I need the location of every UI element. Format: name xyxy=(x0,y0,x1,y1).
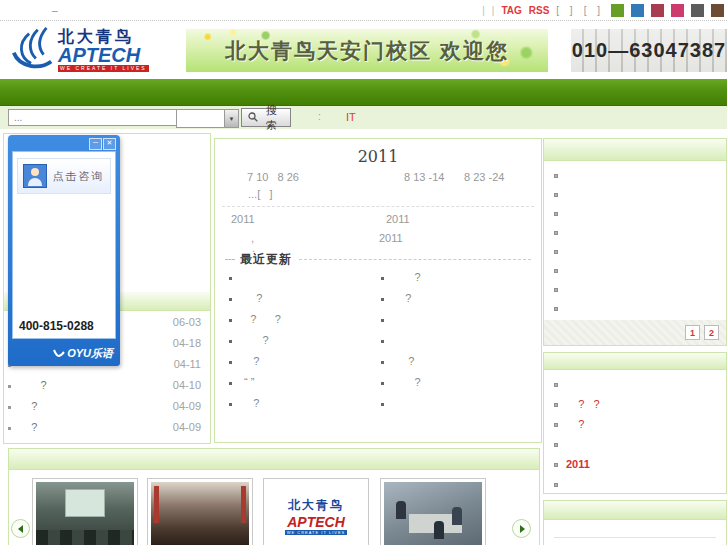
search-icon xyxy=(248,112,258,124)
search-button[interactable]: 搜 索 xyxy=(241,108,291,127)
list-item[interactable]: ? xyxy=(223,289,375,310)
list-item[interactable] xyxy=(544,185,726,204)
next-arrow-button[interactable] xyxy=(512,519,531,538)
recent-updates-title: 最近更新 xyxy=(240,251,292,268)
list-item[interactable]: ? xyxy=(375,373,533,394)
chevron-down-icon[interactable]: ▼ xyxy=(224,110,238,127)
item-text: ? ? xyxy=(566,398,600,410)
prev-arrow-button[interactable] xyxy=(11,519,30,538)
news-title: ? xyxy=(16,400,37,412)
bullet xyxy=(381,403,384,406)
list-item[interactable] xyxy=(544,435,726,455)
list-item[interactable] xyxy=(223,268,375,289)
page-1-button[interactable]: 1 xyxy=(685,325,700,340)
bullet xyxy=(381,277,384,280)
search-input[interactable] xyxy=(8,109,178,126)
bullet xyxy=(229,403,232,406)
phone-number: 010—63047387 xyxy=(572,39,726,62)
item-text: ? xyxy=(238,292,262,304)
style-swatch-green[interactable] xyxy=(611,4,624,17)
hot-keyword-link[interactable]: IT xyxy=(346,111,356,123)
consult-button[interactable]: 点击咨询 xyxy=(17,158,111,194)
auditorium-photo xyxy=(151,482,249,545)
list-item[interactable] xyxy=(544,375,726,395)
item-text: “ ” xyxy=(238,376,255,388)
search-category-select[interactable]: ▼ xyxy=(176,109,239,128)
item-text: ? xyxy=(238,397,259,409)
list-item[interactable] xyxy=(375,310,533,331)
style-swatch-blue[interactable] xyxy=(631,4,644,17)
aptech-logo[interactable]: 北大青鸟 APTECH WE CREATE IT LIVES xyxy=(8,26,180,74)
list-item[interactable]: “ ” xyxy=(223,373,375,394)
list-item[interactable]: ? 04-09 xyxy=(4,397,210,418)
carousel-photo-classroom[interactable] xyxy=(32,478,138,545)
list-item[interactable]: ? xyxy=(544,415,726,435)
list-item[interactable] xyxy=(544,242,726,261)
style-swatch-darkred[interactable] xyxy=(651,4,664,17)
logo-chinese-name: 北大青鸟 xyxy=(58,29,149,45)
news-date: 04-11 xyxy=(174,358,201,370)
carousel-photo-office[interactable] xyxy=(380,478,486,545)
meta-fragment: 2011 xyxy=(379,232,403,244)
topbar-dash: _ xyxy=(52,1,58,12)
page-2-button[interactable]: 2 xyxy=(704,325,719,340)
intro-fragment: 8 23 -24 xyxy=(464,171,504,183)
news-title: ? xyxy=(16,379,47,391)
list-item[interactable] xyxy=(544,223,726,242)
phone-banner: 010—63047387 xyxy=(571,29,727,72)
list-item[interactable] xyxy=(544,475,726,495)
list-item[interactable]: ? xyxy=(223,394,375,415)
list-item[interactable]: ? xyxy=(223,352,375,373)
list-item[interactable]: ? xyxy=(375,352,533,373)
list-item[interactable] xyxy=(544,166,726,185)
style-swatch-pink[interactable] xyxy=(671,4,684,17)
next-arrow-icon xyxy=(520,525,525,533)
intro-more-link[interactable]: ...[ ] xyxy=(248,188,272,200)
sidebar-box-middle: ? ? ? 2011 xyxy=(543,352,727,494)
list-item[interactable]: ? ? xyxy=(223,310,375,331)
list-item[interactable] xyxy=(544,261,726,280)
bullet xyxy=(554,403,558,407)
minimize-icon[interactable]: ─ xyxy=(89,138,102,150)
main-nav-bar[interactable] xyxy=(0,79,727,106)
dash-rule xyxy=(225,259,235,260)
list-item[interactable]: ? xyxy=(223,331,375,352)
bracket-link[interactable]: [ ] xyxy=(556,5,576,16)
list-item[interactable]: ? ? xyxy=(544,395,726,415)
item-text: ? xyxy=(238,355,259,367)
carousel-photo-auditorium[interactable] xyxy=(147,478,253,545)
list-item[interactable]: ? 04-10 xyxy=(4,376,210,397)
news-date: 06-03 xyxy=(173,316,201,328)
bullet xyxy=(554,463,558,467)
campus-welcome-banner[interactable]: 北大青鸟天安门校区 欢迎您 xyxy=(186,29,548,72)
bullet xyxy=(229,298,232,301)
bullet xyxy=(554,212,558,216)
style-swatch-gray[interactable] xyxy=(691,4,704,17)
list-item[interactable]: ? xyxy=(375,289,533,310)
chat-panel: 点击咨询 400-815-0288 xyxy=(12,151,116,339)
list-item[interactable] xyxy=(544,299,726,318)
bracket-link[interactable]: [ ] xyxy=(584,5,604,16)
news-date: 04-18 xyxy=(173,337,201,349)
bullet xyxy=(554,231,558,235)
close-icon[interactable]: ✕ xyxy=(103,138,116,150)
bullet xyxy=(229,319,232,322)
style-swatch-brown[interactable] xyxy=(711,4,724,17)
rss-link[interactable]: RSS xyxy=(529,5,550,16)
bullet xyxy=(381,340,384,343)
list-item[interactable]: ? 04-09 xyxy=(4,418,210,439)
list-item[interactable] xyxy=(544,204,726,223)
bullet xyxy=(554,423,558,427)
list-item[interactable]: 2011 xyxy=(544,455,726,475)
carousel-photo-logo[interactable]: 北大青鸟 APTECH WE CREATE IT LIVES xyxy=(263,478,369,545)
list-item[interactable] xyxy=(375,331,533,352)
photo-carousel: 北大青鸟 APTECH WE CREATE IT LIVES xyxy=(8,448,540,545)
intro-fragment: 8 13 -14 xyxy=(404,171,444,183)
tag-link[interactable]: TAG xyxy=(501,5,521,16)
list-item[interactable] xyxy=(544,280,726,299)
list-item[interactable] xyxy=(375,394,533,415)
dashed-divider xyxy=(222,206,534,207)
bullet xyxy=(554,307,558,311)
bird-swoosh-icon xyxy=(8,25,56,75)
list-item[interactable]: ? xyxy=(375,268,533,289)
